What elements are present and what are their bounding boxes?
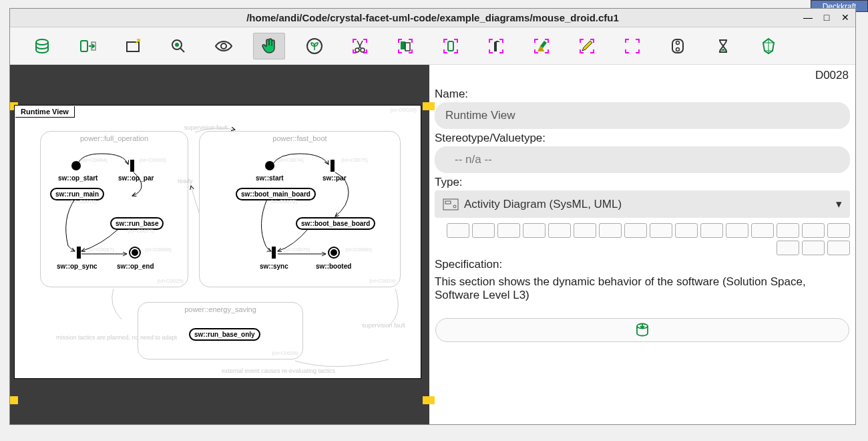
fb-id-e: (id=C0080)	[345, 247, 372, 253]
node-sync-bar[interactable]	[272, 247, 276, 259]
save-remote-icon[interactable]	[662, 33, 694, 59]
node-boot-base[interactable]: sw::boot_base_board	[296, 217, 375, 230]
commit-button[interactable]	[435, 318, 849, 342]
broom-icon[interactable]	[525, 33, 558, 59]
type-option-4[interactable]	[523, 223, 546, 238]
new-window-icon[interactable]	[117, 33, 149, 59]
svg-rect-60	[593, 49, 594, 53]
stereotype-label: Stereotype/Valuetype:	[435, 132, 850, 145]
edge-ready: ready	[178, 178, 193, 184]
diagram-id: D0028	[435, 65, 850, 85]
type-grid	[435, 223, 850, 255]
minimize-button[interactable]: —	[801, 10, 815, 25]
window-title: /home/andi/Code/crystal-facet-uml-code/e…	[10, 12, 855, 23]
id-b: (id=C0083)	[140, 157, 166, 163]
node-op-start-initial[interactable]	[71, 161, 81, 170]
node-start-initial[interactable]	[265, 161, 274, 170]
region-energy-label: power::energy_saving	[138, 305, 302, 313]
stereotype-input[interactable]	[435, 146, 850, 173]
region-full-operation-label: power::full_operation	[41, 134, 188, 142]
region-energy-saving[interactable]: power::energy_saving sw::run_base_only (…	[138, 302, 303, 359]
type-option-16[interactable]	[827, 223, 850, 238]
svg-rect-34	[443, 49, 445, 53]
svg-rect-43	[489, 49, 490, 53]
cut-icon[interactable]	[344, 33, 376, 59]
node-par-label: sw::par	[322, 174, 347, 182]
maximize-button[interactable]: □	[819, 10, 834, 25]
svg-rect-44	[502, 49, 503, 53]
svg-rect-3	[127, 42, 139, 51]
type-option-3[interactable]	[497, 223, 520, 238]
node-op-start-label: sw::op_start	[58, 174, 97, 182]
export-icon[interactable]	[71, 33, 103, 59]
eye-icon[interactable]	[208, 33, 240, 59]
reaper-icon[interactable]	[480, 33, 512, 59]
crystal-icon[interactable]	[752, 33, 785, 59]
fb-id-f: (id=C0024)	[369, 278, 396, 284]
region-fast-boot[interactable]: power::fast_boot sw::start (id=C0074) sw…	[199, 131, 401, 287]
duplicate-icon[interactable]	[389, 33, 421, 59]
chevron-down-icon: ▾	[836, 197, 842, 211]
edge-mission-tactics: mission tactics are planned, no need to …	[56, 334, 177, 341]
magnify-icon[interactable]	[162, 33, 194, 59]
transfer-icon[interactable]	[435, 33, 467, 59]
svg-rect-42	[502, 39, 503, 43]
name-input[interactable]	[435, 102, 850, 129]
selection-corner-br	[423, 396, 435, 404]
svg-rect-22	[398, 39, 399, 43]
type-option-15[interactable]	[802, 223, 825, 238]
svg-point-74	[453, 205, 456, 208]
specification-text[interactable]: This section shows the dynamic behavior …	[435, 275, 850, 302]
activity-diagram-icon	[443, 198, 459, 210]
node-op-sync-bar[interactable]	[77, 247, 81, 259]
type-option-7[interactable]	[599, 223, 622, 238]
type-option-13[interactable]	[751, 223, 774, 238]
type-option-11[interactable]	[700, 223, 723, 238]
type-option-9[interactable]	[650, 223, 672, 238]
diagram-canvas[interactable]: Runtime View (id=D0028) power::full_oper…	[14, 105, 421, 379]
node-par-bar[interactable]	[331, 160, 335, 172]
svg-rect-41	[489, 39, 490, 43]
node-booted-final[interactable]	[328, 247, 340, 259]
svg-rect-36	[448, 41, 453, 51]
svg-point-0	[36, 39, 48, 45]
type-option-18[interactable]	[802, 241, 825, 255]
hourglass-icon[interactable]	[707, 33, 739, 59]
es-id: (id=C0026)	[272, 350, 298, 356]
svg-rect-35	[457, 49, 458, 53]
svg-rect-65	[625, 39, 626, 43]
type-option-14[interactable]	[777, 223, 799, 238]
node-op-end-label: sw::op_end	[117, 263, 154, 270]
node-op-end-final[interactable]	[129, 247, 141, 259]
svg-rect-67	[625, 49, 626, 53]
sprout-icon[interactable]	[298, 33, 331, 59]
fullscreen-icon[interactable]	[616, 33, 648, 59]
type-option-19[interactable]	[827, 241, 850, 255]
type-option-12[interactable]	[726, 223, 748, 238]
type-option-2[interactable]	[472, 223, 495, 238]
edit-icon[interactable]	[571, 33, 603, 59]
close-button[interactable]: ✕	[838, 10, 853, 25]
commit-db-icon	[634, 321, 651, 339]
hand-icon[interactable]	[253, 33, 285, 59]
svg-point-6	[221, 43, 226, 49]
type-option-10[interactable]	[675, 223, 698, 238]
properties-panel: D0028 Name: Stereotype/Valuetype: Type: …	[429, 65, 855, 424]
type-option-17[interactable]	[777, 241, 799, 255]
type-option-8[interactable]	[624, 223, 647, 238]
type-option-1[interactable]	[447, 223, 469, 238]
id-f: (id=C0088)	[145, 247, 172, 253]
region-full-operation[interactable]: power::full_operation sw::op_start (id=C…	[40, 131, 188, 287]
toolbar	[10, 27, 855, 65]
type-option-6[interactable]	[574, 223, 596, 238]
database-icon[interactable]	[26, 33, 58, 59]
svg-rect-12	[353, 39, 354, 43]
type-label: Type:	[435, 176, 850, 189]
type-option-5[interactable]	[548, 223, 571, 238]
node-run-base-only[interactable]: sw::run_base_only	[189, 328, 260, 341]
svg-rect-59	[580, 49, 581, 53]
node-op-par-bar[interactable]	[130, 160, 134, 172]
type-select[interactable]: Activity Diagram (SysML, UML) ▾	[435, 190, 850, 218]
diagram-id-faint: (id=D0028)	[390, 107, 417, 113]
svg-rect-50	[548, 39, 549, 43]
